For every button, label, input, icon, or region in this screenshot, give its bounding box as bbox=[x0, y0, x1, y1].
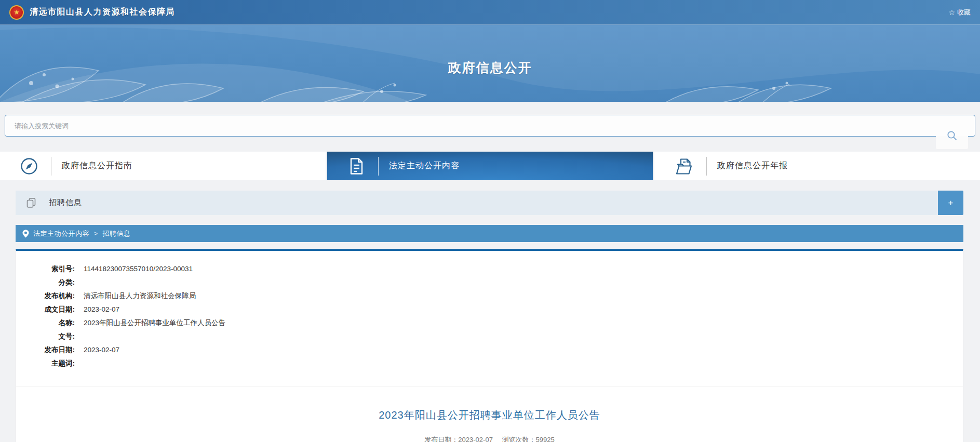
search-input[interactable] bbox=[5, 115, 975, 137]
banner: 政府信息公开 bbox=[0, 25, 980, 102]
search-bar bbox=[0, 102, 980, 137]
emblem-star-glyph: ★ bbox=[14, 9, 20, 16]
views-value: 59925 bbox=[535, 436, 554, 442]
meta-label: 文号: bbox=[16, 330, 75, 343]
meta-label: 发布日期: bbox=[16, 343, 75, 357]
tab-label: 政府信息公开指南 bbox=[62, 160, 132, 171]
meta-value: 114418230073557010/2023-00031 bbox=[84, 262, 193, 276]
tab-statutory-disclosure[interactable]: 法定主动公开内容 bbox=[327, 152, 653, 180]
favorite-label: 收藏 bbox=[957, 8, 971, 17]
search-button[interactable] bbox=[936, 136, 968, 149]
meta-value: 清远市阳山县人力资源和社会保障局 bbox=[84, 289, 196, 303]
panel-divider bbox=[16, 386, 963, 386]
compass-icon bbox=[20, 157, 38, 176]
national-emblem-icon: ★ bbox=[9, 5, 24, 20]
page-title: 政府信息公开 bbox=[0, 59, 980, 76]
meta-label: 主题词: bbox=[16, 357, 75, 370]
section-bar-recruitment[interactable]: 招聘信息 bbox=[16, 191, 938, 215]
publish-date-value: 2023-02-07 bbox=[458, 436, 493, 442]
article-panel: 索引号: 114418230073557010/2023-00031 分类: 发… bbox=[16, 249, 963, 442]
views-label: 浏览次数： bbox=[502, 436, 535, 442]
tab-annual-report[interactable]: 政府信息公开年报 bbox=[654, 152, 980, 180]
location-pin-icon bbox=[22, 230, 29, 238]
meta-row-date-written: 成文日期: 2023-02-07 bbox=[16, 303, 963, 316]
breadcrumb-separator: > bbox=[94, 230, 98, 237]
meta-label: 发布机构: bbox=[16, 289, 75, 303]
document-icon bbox=[347, 157, 366, 176]
breadcrumb: 法定主动公开内容 > 招聘信息 bbox=[16, 225, 963, 242]
document-metadata: 索引号: 114418230073557010/2023-00031 分类: 发… bbox=[16, 262, 963, 370]
meta-row-category: 分类: bbox=[16, 276, 963, 289]
article-view-count: 浏览次数：59925 bbox=[502, 436, 554, 442]
breadcrumb-current-recruitment[interactable]: 招聘信息 bbox=[103, 229, 131, 238]
meta-row-publish-date: 发布日期: 2023-02-07 bbox=[16, 343, 963, 357]
tab-gov-info-guide[interactable]: 政府信息公开指南 bbox=[0, 152, 326, 180]
search-icon bbox=[946, 130, 958, 141]
expand-button[interactable]: + bbox=[938, 191, 963, 215]
meta-label: 索引号: bbox=[16, 262, 75, 276]
tab-divider bbox=[378, 157, 379, 176]
tab-divider bbox=[51, 157, 51, 176]
breadcrumb-link-statutory-disclosure[interactable]: 法定主动公开内容 bbox=[33, 229, 89, 238]
star-icon: ☆ bbox=[948, 8, 955, 17]
pages-icon bbox=[26, 197, 36, 208]
tab-label: 法定主动公开内容 bbox=[389, 160, 460, 171]
report-folder-icon bbox=[674, 157, 694, 176]
meta-row-index-number: 索引号: 114418230073557010/2023-00031 bbox=[16, 262, 963, 276]
meta-value: 2023-02-07 bbox=[84, 303, 119, 316]
section-title: 招聘信息 bbox=[49, 198, 82, 208]
meta-value: 2023年阳山县公开招聘事业单位工作人员公告 bbox=[84, 316, 225, 330]
tab-label: 政府信息公开年报 bbox=[717, 160, 788, 171]
meta-label: 名称: bbox=[16, 316, 75, 330]
top-header-bar: ★ 清远市阳山县人力资源和社会保障局 ☆ 收藏 bbox=[0, 0, 980, 25]
meta-label: 分类: bbox=[16, 276, 75, 289]
meta-label: 成文日期: bbox=[16, 303, 75, 316]
meta-row-title: 名称: 2023年阳山县公开招聘事业单位工作人员公告 bbox=[16, 316, 963, 330]
favorite-button[interactable]: ☆ 收藏 bbox=[948, 8, 971, 17]
site-title: 清远市阳山县人力资源和社会保障局 bbox=[30, 7, 175, 18]
article-publish-date: 发布日期：2023-02-07 bbox=[424, 436, 493, 442]
meta-row-publisher: 发布机构: 清远市阳山县人力资源和社会保障局 bbox=[16, 289, 963, 303]
tab-divider bbox=[706, 157, 707, 176]
tab-bar: 政府信息公开指南 法定主动公开内容 政府信息公开年报 bbox=[0, 152, 980, 180]
meta-row-keywords: 主题词: bbox=[16, 357, 963, 370]
article-title[interactable]: 2023年阳山县公开招聘事业单位工作人员公告 bbox=[16, 408, 963, 422]
meta-row-doc-number: 文号: bbox=[16, 330, 963, 343]
article-meta: 发布日期：2023-02-07 浏览次数：59925 bbox=[16, 435, 963, 442]
publish-date-label: 发布日期： bbox=[424, 436, 458, 442]
meta-value: 2023-02-07 bbox=[84, 343, 119, 357]
section-row: 招聘信息 + bbox=[16, 191, 963, 215]
